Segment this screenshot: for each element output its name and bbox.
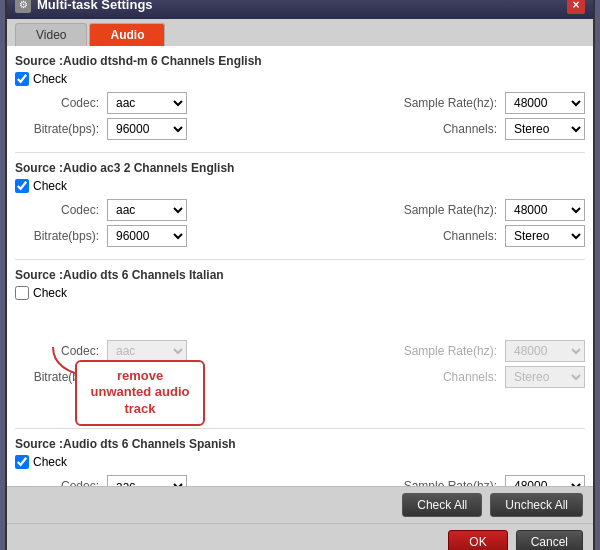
codec-select-4[interactable]: aac [107, 475, 187, 486]
sample-rate-label-4: Sample Rate(hz): [404, 479, 497, 486]
codec-select-1[interactable]: aac [107, 92, 187, 114]
codec-select-3: aac [107, 340, 187, 362]
check-all-button[interactable]: Check All [402, 493, 482, 517]
fields-row-1b: Bitrate(bps): 96000 Channels: Stereo [15, 118, 585, 140]
source-label-3: Source :Audio dts 6 Channels Italian [15, 268, 585, 282]
right-fields-2b: Channels: Stereo [417, 225, 585, 247]
fields-row-2b: Bitrate(bps): 96000 Channels: Stereo [15, 225, 585, 247]
right-fields-3a: Sample Rate(hz): 48000 [404, 340, 585, 362]
multi-task-settings-dialog: ⚙ Multi-task Settings × Video Audio Sour… [5, 0, 595, 550]
right-fields-1b: Channels: Stereo [417, 118, 585, 140]
check-row-2: Check [15, 179, 585, 193]
check-row-4: Check [15, 455, 585, 469]
check-label-1: Check [33, 72, 67, 86]
fields-row-4a: Codec: aac Sample Rate(hz): 48000 [15, 475, 585, 486]
channels-select-3: Stereo [505, 366, 585, 388]
check-label-4: Check [33, 455, 67, 469]
tab-video[interactable]: Video [15, 23, 87, 46]
scroll-content[interactable]: Source :Audio dtshd-m 6 Channels English… [7, 46, 593, 486]
bottom-bar: Check All Uncheck All [7, 486, 593, 523]
check-row-1: Check [15, 72, 585, 86]
right-fields-3b: Channels: Stereo [417, 366, 585, 388]
tab-bar: Video Audio [7, 19, 593, 46]
right-fields-1a: Sample Rate(hz): 48000 [404, 92, 585, 114]
close-button[interactable]: × [567, 0, 585, 14]
codec-label-2: Codec: [19, 203, 99, 217]
sample-rate-label-1: Sample Rate(hz): [404, 96, 497, 110]
ok-button[interactable]: OK [448, 530, 507, 551]
bitrate-select-2[interactable]: 96000 [107, 225, 187, 247]
fields-row-3a: Codec: aac Sample Rate(hz): 48000 [15, 340, 585, 362]
check-label-2: Check [33, 179, 67, 193]
check-1[interactable] [15, 72, 29, 86]
audio-section-1: Source :Audio dtshd-m 6 Channels English… [15, 54, 585, 153]
bitrate-label-2: Bitrate(bps): [19, 229, 99, 243]
audio-section-2: Source :Audio ac3 2 Channels English Che… [15, 161, 585, 260]
title-bar: ⚙ Multi-task Settings × [7, 0, 593, 19]
fields-row-2a: Codec: aac Sample Rate(hz): 48000 [15, 199, 585, 221]
sample-rate-select-4[interactable]: 48000 [505, 475, 585, 486]
sample-rate-label-3: Sample Rate(hz): [404, 344, 497, 358]
right-fields-2a: Sample Rate(hz): 48000 [404, 199, 585, 221]
check-row-3: Check [15, 286, 585, 300]
channels-label-1: Channels: [417, 122, 497, 136]
content-area: Source :Audio dtshd-m 6 Channels English… [7, 46, 593, 486]
cancel-button[interactable]: Cancel [516, 530, 583, 551]
sample-rate-select-1[interactable]: 48000 [505, 92, 585, 114]
footer-bar: OK Cancel [7, 523, 593, 551]
audio-section-3: Source :Audio dts 6 Channels Italian Che… [15, 268, 585, 429]
check-4[interactable] [15, 455, 29, 469]
fields-row-1a: Codec: aac Sample Rate(hz): 48000 [15, 92, 585, 114]
codec-label-1: Codec: [19, 96, 99, 110]
source-label-4: Source :Audio dts 6 Channels Spanish [15, 437, 585, 451]
uncheck-all-button[interactable]: Uncheck All [490, 493, 583, 517]
source-label-1: Source :Audio dtshd-m 6 Channels English [15, 54, 585, 68]
bitrate-label-1: Bitrate(bps): [19, 122, 99, 136]
bitrate-select-1[interactable]: 96000 [107, 118, 187, 140]
channels-select-2[interactable]: Stereo [505, 225, 585, 247]
audio-section-4: Source :Audio dts 6 Channels Spanish Che… [15, 437, 585, 486]
check-label-3: Check [33, 286, 67, 300]
channels-label-2: Channels: [417, 229, 497, 243]
tab-audio[interactable]: Audio [89, 23, 165, 46]
channels-select-1[interactable]: Stereo [505, 118, 585, 140]
dialog-title: Multi-task Settings [37, 0, 561, 12]
sample-rate-select-2[interactable]: 48000 [505, 199, 585, 221]
source-label-2: Source :Audio ac3 2 Channels English [15, 161, 585, 175]
channels-label-3: Channels: [417, 370, 497, 384]
codec-select-2[interactable]: aac [107, 199, 187, 221]
dialog-icon: ⚙ [15, 0, 31, 13]
sample-rate-select-3: 48000 [505, 340, 585, 362]
right-fields-4a: Sample Rate(hz): 48000 [404, 475, 585, 486]
codec-label-4: Codec: [19, 479, 99, 486]
sample-rate-label-2: Sample Rate(hz): [404, 203, 497, 217]
check-3[interactable] [15, 286, 29, 300]
check-2[interactable] [15, 179, 29, 193]
annotation-bubble: remove unwanted audio track [75, 360, 205, 427]
